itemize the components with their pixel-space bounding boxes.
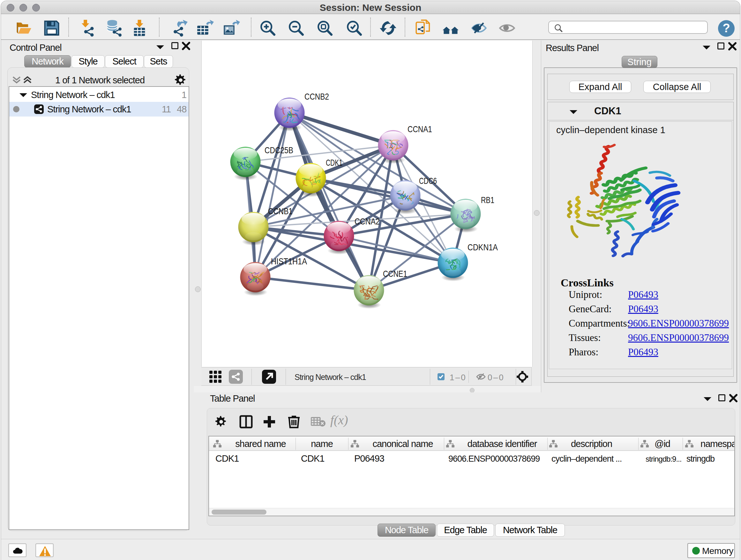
svg-text:CCNB1: CCNB1 bbox=[268, 206, 293, 216]
svg-text:CCNE1: CCNE1 bbox=[383, 269, 407, 279]
svg-text:CCNA1: CCNA1 bbox=[408, 124, 432, 134]
svg-text:CDC25B: CDC25B bbox=[265, 145, 293, 155]
svg-text:CDK1: CDK1 bbox=[326, 158, 342, 168]
svg-text:CDC6: CDC6 bbox=[419, 176, 437, 186]
svg-text:CDKN1A: CDKN1A bbox=[468, 242, 498, 252]
svg-text:HIST1H1A: HIST1H1A bbox=[271, 256, 307, 266]
svg-text:CCNB2: CCNB2 bbox=[305, 91, 329, 102]
svg-text:RB1: RB1 bbox=[481, 195, 494, 205]
svg-text:CCNA2: CCNA2 bbox=[354, 216, 380, 226]
